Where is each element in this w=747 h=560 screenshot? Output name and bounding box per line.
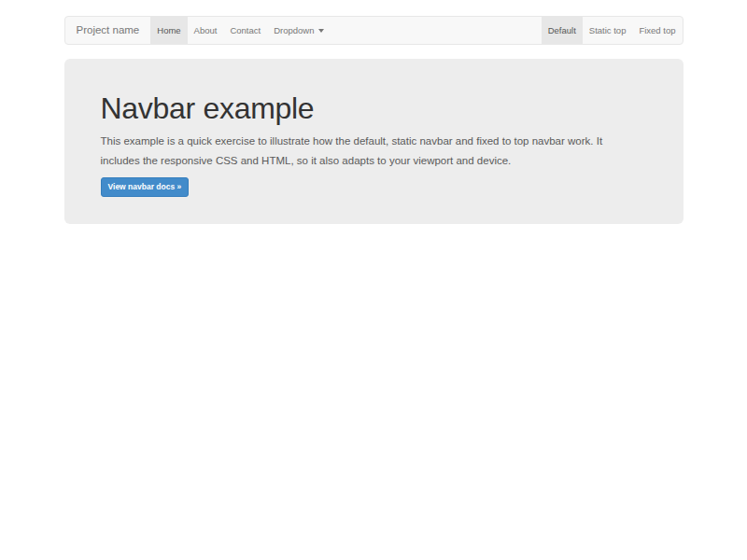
nav-item-fixed-top[interactable]: Fixed top	[632, 17, 682, 44]
page-title: Navbar example	[101, 91, 647, 126]
page-container: Project name HomeAboutContactDropdown De…	[64, 16, 684, 224]
nav-item-static-top[interactable]: Static top	[583, 17, 633, 44]
navbar-left-nav: HomeAboutContactDropdown	[150, 17, 330, 44]
nav-item-contact[interactable]: Contact	[223, 17, 267, 44]
nav-item-home[interactable]: Home	[150, 17, 187, 44]
view-navbar-docs-button[interactable]: View navbar docs »	[101, 177, 190, 197]
nav-item-about[interactable]: About	[188, 17, 224, 44]
navbar-brand[interactable]: Project name	[65, 17, 151, 44]
jumbotron-description: This example is a quick exercise to illu…	[101, 132, 647, 171]
nav-item-default[interactable]: Default	[542, 17, 583, 44]
nav-item-dropdown[interactable]: Dropdown	[267, 17, 330, 44]
caret-down-icon	[318, 29, 324, 33]
jumbotron: Navbar example This example is a quick e…	[64, 59, 684, 224]
navbar-right-nav: DefaultStatic topFixed top	[542, 17, 683, 44]
navbar: Project name HomeAboutContactDropdown De…	[64, 16, 684, 45]
